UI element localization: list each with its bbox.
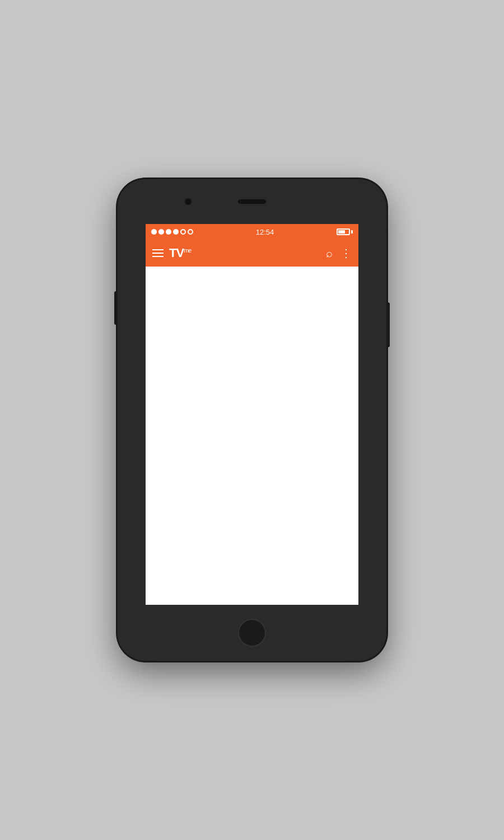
hamburger-line-2 [152,253,164,254]
signal-dot-2 [158,229,164,235]
phone-device: 12:54 TVme ⌕ ⋮ [118,179,386,661]
search-icon[interactable]: ⌕ [326,247,333,260]
phone-speaker [238,199,266,204]
battery-indicator [337,228,353,235]
signal-dot-6 [188,229,193,235]
app-header: TVme ⌕ ⋮ [146,240,358,267]
status-time: 12:54 [256,228,274,236]
header-left: TVme [152,246,191,260]
battery-fill [338,230,345,234]
signal-dot-4 [173,229,179,235]
volume-button [114,291,118,325]
phone-screen: 12:54 TVme ⌕ ⋮ [146,224,358,605]
front-camera [185,198,192,205]
hamburger-line-1 [152,249,164,250]
phone-top-bar [118,179,386,224]
home-button[interactable] [238,619,266,647]
hamburger-menu-button[interactable] [152,249,164,257]
status-bar: 12:54 [146,224,358,240]
signal-indicators [151,229,193,235]
power-button [386,302,390,347]
battery-tip [351,230,353,234]
app-logo: TVme [169,246,191,260]
signal-dot-5 [180,229,186,235]
signal-dot-1 [151,229,157,235]
hamburger-line-3 [152,256,164,257]
header-right: ⌕ ⋮ [326,246,352,260]
more-options-icon[interactable]: ⋮ [340,246,352,260]
logo-suffix: me [184,247,191,254]
signal-dot-3 [166,229,171,235]
battery-body [337,228,350,235]
phone-bottom-bar [118,605,386,661]
